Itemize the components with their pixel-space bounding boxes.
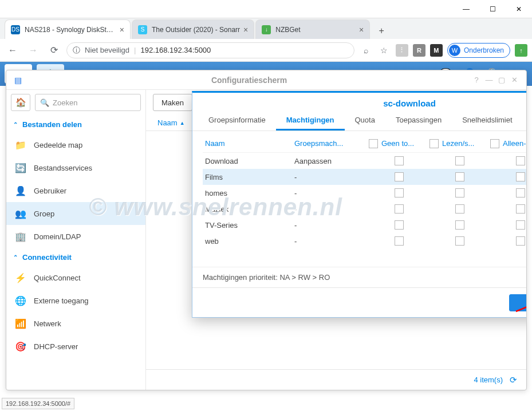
- star-icon[interactable]: ☆: [377, 44, 391, 57]
- security-status: Niet beveiligd: [85, 46, 129, 54]
- browser-toolbar: ← → ⟳ ⓘ Niet beveiligd | 192.168.192.34:…: [0, 39, 532, 62]
- refresh-button[interactable]: ⟳: [510, 375, 517, 385]
- tab-favicon: S: [138, 25, 147, 34]
- priority-note: Machtigingen prioriteit: NA > RW > RO: [192, 267, 526, 287]
- sidebar-item-icon: 🏢: [14, 230, 27, 243]
- ok-button[interactable]: OK: [509, 294, 526, 311]
- col-read-only[interactable]: Alleen-l...: [490, 139, 526, 148]
- col-no-access[interactable]: Geen to...: [369, 139, 429, 148]
- permission-row[interactable]: DownloadAanpassen✔: [203, 153, 526, 169]
- window-max-button[interactable]: ▢: [495, 74, 508, 86]
- checkbox-read-only[interactable]: [516, 172, 525, 181]
- permission-row[interactable]: TV-Series-: [203, 217, 526, 233]
- tab-close-button[interactable]: ×: [359, 25, 364, 34]
- nav-reload-button[interactable]: ⟳: [46, 42, 62, 58]
- window-min-button[interactable]: —: [483, 74, 495, 86]
- window-maximize-button[interactable]: ☐: [479, 0, 506, 18]
- dialog-tab[interactable]: Groepsinformatie: [198, 110, 276, 131]
- permission-row[interactable]: Films-: [203, 169, 526, 185]
- browser-tab[interactable]: ↓NZBGet×: [255, 19, 370, 39]
- checkbox-no-access[interactable]: [395, 188, 404, 197]
- tab-close-button[interactable]: ×: [120, 25, 124, 34]
- col-group-perm[interactable]: Groepsmach...: [294, 139, 369, 148]
- checkbox-read-write[interactable]: [455, 220, 464, 230]
- checkbox-read-write[interactable]: [455, 172, 464, 181]
- create-button[interactable]: Maken: [153, 94, 192, 111]
- sidebar-section-header[interactable]: ⌃Bestanden delen: [6, 115, 145, 133]
- tab-title: The Outsider (2020) - Sonarr: [152, 26, 240, 34]
- checkbox-no-access[interactable]: [395, 236, 404, 246]
- sidebar-item[interactable]: 🔄Bestandsservices: [6, 156, 145, 179]
- window-close-button[interactable]: ✕: [506, 0, 532, 18]
- checkbox-read-only[interactable]: [516, 188, 525, 197]
- extension-r-badge[interactable]: R: [413, 44, 425, 57]
- checkbox-no-access[interactable]: [395, 156, 404, 165]
- col-read-write[interactable]: Lezen/s...: [429, 139, 490, 148]
- extension-m-badge[interactable]: M: [430, 44, 443, 57]
- key-icon[interactable]: ⌕: [359, 44, 373, 57]
- browser-statusbar: 192.168.192.34:5000/#: [2, 398, 74, 409]
- sidebar-item[interactable]: ⚡QuickConnect: [6, 266, 145, 289]
- extension-badge[interactable]: ⋮: [396, 44, 408, 57]
- checkbox-read-write[interactable]: [455, 204, 464, 214]
- control-panel-window: ▤ Configuratiescherm ? — ▢ ✕ 🏠 🔍 Zoeken …: [6, 70, 527, 390]
- address-bar[interactable]: ⓘ Niet beveiligd | 192.168.192.34:5000: [66, 42, 354, 58]
- checkbox-no-access[interactable]: [395, 220, 404, 230]
- permissions-dialog: sc-download GroepsinformatieMachtigingen…: [192, 91, 526, 318]
- checkbox-no-access[interactable]: [395, 172, 404, 181]
- row-name: web: [203, 237, 294, 246]
- sidebar-item-label: Externe toegang: [34, 297, 88, 305]
- dialog-tab[interactable]: Snelheidslimiet: [452, 110, 522, 131]
- browser-tab[interactable]: DSNAS218 - Synology DiskStation×: [5, 19, 131, 39]
- col-name[interactable]: Naam: [203, 139, 294, 148]
- window-help-button[interactable]: ?: [470, 74, 483, 86]
- checkbox-read-only[interactable]: [516, 236, 525, 246]
- sidebar-home-button[interactable]: 🏠: [11, 94, 30, 111]
- checkbox-read-only[interactable]: [516, 220, 525, 230]
- window-title: Configuratiescherm: [28, 76, 470, 85]
- window-titlebar: — ☐ ✕: [0, 0, 532, 18]
- sidebar-search-placeholder: Zoeken: [53, 98, 77, 107]
- sidebar-section-header[interactable]: ⌃Connectiviteit: [6, 248, 145, 266]
- permission-row[interactable]: web-: [203, 233, 526, 249]
- permission-row[interactable]: homes-: [203, 185, 526, 201]
- sidebar-item[interactable]: 🏢Domein/LDAP: [6, 225, 145, 248]
- dialog-tab[interactable]: Quota: [345, 110, 385, 131]
- sidebar-item[interactable]: 📶Netwerk: [6, 312, 145, 335]
- checkbox-read-only[interactable]: [516, 156, 525, 165]
- nav-back-button[interactable]: ←: [5, 42, 21, 58]
- sidebar: 🏠 🔍 Zoeken ⌃Bestanden delen📁Gedeelde map…: [6, 90, 146, 390]
- checkbox-read-write[interactable]: [455, 188, 464, 197]
- extension-green-badge[interactable]: ↑: [515, 44, 527, 57]
- sidebar-item[interactable]: 👤Gebruiker: [6, 179, 145, 202]
- checkbox-no-access[interactable]: [395, 204, 404, 214]
- sidebar-item[interactable]: 🎯DHCP-server: [6, 335, 145, 358]
- checkbox-read-only[interactable]: [516, 204, 525, 214]
- sidebar-search-input[interactable]: 🔍 Zoeken: [35, 94, 141, 111]
- permission-row[interactable]: Muziek-: [203, 201, 526, 217]
- browser-tab[interactable]: SThe Outsider (2020) - Sonarr×: [132, 19, 254, 39]
- profile-button[interactable]: W Onderbroken: [447, 43, 510, 58]
- sidebar-item[interactable]: 👥Groep: [6, 202, 145, 225]
- tab-favicon: ↓: [262, 25, 271, 34]
- nav-forward-button[interactable]: →: [25, 42, 41, 58]
- sidebar-item-label: Domein/LDAP: [34, 232, 81, 241]
- tab-close-button[interactable]: ×: [243, 25, 248, 34]
- sidebar-item-label: QuickConnect: [34, 274, 81, 282]
- window-header: ▤ Configuratiescherm ? — ▢ ✕: [6, 70, 526, 90]
- sidebar-section-label: Bestanden delen: [22, 120, 82, 129]
- sidebar-item[interactable]: 📁Gedeelde map: [6, 133, 145, 156]
- item-count: 4 item(s): [474, 376, 503, 384]
- row-group-perm: -: [294, 189, 369, 197]
- window-x-button[interactable]: ✕: [508, 74, 521, 86]
- profile-label: Onderbroken: [464, 46, 504, 54]
- window-minimize-button[interactable]: —: [453, 0, 479, 18]
- dialog-tab[interactable]: Toepassingen: [385, 110, 452, 131]
- checkbox-read-write[interactable]: [455, 236, 464, 246]
- permissions-grid: Naam Groepsmach... Geen to... Lezen/s...…: [192, 131, 526, 267]
- new-tab-button[interactable]: +: [373, 23, 389, 39]
- sidebar-item[interactable]: 🌐Externe toegang: [6, 289, 145, 312]
- dialog-tab[interactable]: Machtigingen: [276, 110, 345, 131]
- checkbox-read-write[interactable]: [455, 156, 464, 165]
- sort-asc-icon: ▲: [180, 120, 185, 126]
